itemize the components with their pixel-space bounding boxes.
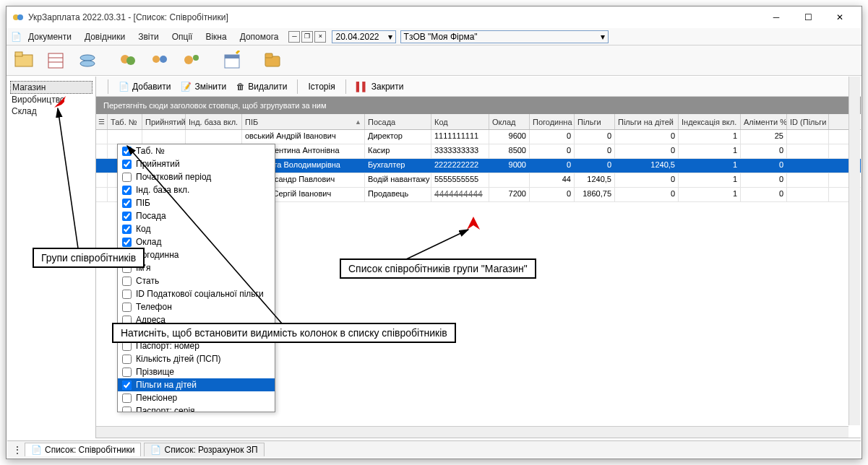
menu-documents[interactable]: Документи: [22, 30, 77, 43]
column-chooser-item[interactable]: Код: [118, 222, 275, 235]
vertical-scrollbar[interactable]: [848, 77, 860, 425]
tab-calculation[interactable]: 📄Список: Розрахунок ЗП: [144, 443, 264, 456]
menu-help[interactable]: Допомога: [234, 30, 285, 43]
company-combo[interactable]: ТзОВ "Моя Фірма" ▾: [400, 30, 609, 43]
checkbox[interactable]: [122, 381, 132, 390]
checkbox[interactable]: [122, 160, 132, 169]
column-chooser-button[interactable]: ☰: [96, 114, 108, 129]
tab-employees[interactable]: 📄Список: Співробітники: [25, 443, 141, 456]
column-chooser-item[interactable]: ID Податкової соціальної пільги: [118, 287, 275, 300]
checkbox[interactable]: [122, 368, 132, 377]
column-chooser-label: Стать: [136, 276, 159, 286]
menu-dictionaries[interactable]: Довідники: [79, 30, 131, 43]
column-chooser-label: Код: [136, 224, 150, 234]
svg-rect-16: [225, 55, 239, 58]
toolbar-btn-7[interactable]: [219, 48, 245, 74]
grid-header: ☰ Таб. №ПрийнятийІнд. база вкл.ПІБ▲Посад…: [96, 114, 861, 130]
column-header[interactable]: Інд. база вкл.: [186, 114, 242, 129]
column-chooser-item[interactable]: Пенсіонер: [118, 391, 275, 404]
column-chooser-item[interactable]: Оклад: [118, 235, 275, 248]
table-cell: [787, 188, 829, 201]
maximize-button[interactable]: ☐: [792, 7, 824, 27]
table-cell: Водій навантажу: [365, 173, 431, 187]
column-chooser-item[interactable]: Телефон: [118, 300, 275, 313]
column-chooser-item[interactable]: Посада: [118, 209, 275, 222]
column-header[interactable]: Посада: [365, 114, 431, 129]
column-header[interactable]: Таб. №: [108, 114, 142, 129]
table-cell: 1: [679, 173, 741, 187]
checkbox[interactable]: [122, 225, 132, 234]
group-by-bar[interactable]: Перетягніть сюди заголовок стовпця, щоб …: [96, 97, 861, 114]
svg-rect-4: [48, 53, 63, 68]
column-header[interactable]: Прийнятий: [142, 114, 186, 129]
svg-point-11: [152, 56, 160, 63]
column-header[interactable]: Аліменти %: [741, 114, 787, 129]
tree-node-magazin[interactable]: Магазин: [10, 81, 93, 94]
checkbox[interactable]: [122, 290, 132, 299]
toolbar-btn-4[interactable]: [115, 48, 141, 74]
menu-options[interactable]: Опції: [166, 30, 199, 43]
minimize-button[interactable]: ─: [760, 7, 792, 27]
add-button[interactable]: 📄Добавити: [114, 80, 175, 93]
column-chooser-item[interactable]: Інд. база вкл.: [118, 183, 275, 196]
doc-delete-icon: 🗑: [236, 82, 245, 92]
table-row[interactable]: овський Андрій ІвановичДиректор111111111…: [96, 130, 861, 144]
history-button[interactable]: Історія: [304, 80, 339, 93]
toolbar-btn-5[interactable]: [147, 48, 173, 74]
toolbar-btn-8[interactable]: [259, 48, 285, 74]
column-chooser-item[interactable]: Прийнятий: [118, 157, 275, 170]
checkbox[interactable]: [122, 212, 132, 221]
mdi-minimize-icon[interactable]: ─: [288, 31, 300, 43]
column-header[interactable]: ID (Пільги: [787, 114, 829, 129]
mdi-restore-icon[interactable]: ❐: [301, 31, 313, 43]
column-header[interactable]: Пільги: [575, 114, 615, 129]
menu-reports[interactable]: Звіти: [132, 30, 165, 43]
toolbar-btn-2[interactable]: [43, 48, 69, 74]
checkbox[interactable]: [122, 147, 132, 156]
checkbox[interactable]: [122, 394, 132, 403]
menu-windows[interactable]: Вікна: [199, 30, 232, 43]
titlebar: УкрЗарплата 2022.03.31 - [Список: Співро…: [7, 6, 861, 28]
svg-point-8: [80, 61, 95, 66]
checkbox[interactable]: [122, 303, 132, 312]
horizontal-scrollbar[interactable]: [96, 426, 848, 438]
tree-node-virobnictvo[interactable]: Виробництво: [10, 94, 93, 105]
column-chooser-label: Прізвище: [136, 367, 174, 377]
checkbox[interactable]: [122, 186, 132, 195]
column-header[interactable]: Пільги на дітей: [615, 114, 679, 129]
close-panel-button[interactable]: ▌▌Закрити: [352, 80, 408, 93]
delete-button[interactable]: 🗑Видалити: [232, 80, 291, 93]
tree-node-sklad[interactable]: Склад: [10, 105, 93, 117]
column-chooser-item[interactable]: Паспорт: серія: [118, 404, 275, 412]
column-chooser-item[interactable]: Таб. №: [118, 144, 275, 157]
table-cell: 0: [530, 159, 575, 173]
column-header[interactable]: Погодинна: [530, 114, 575, 129]
column-chooser-item[interactable]: Стать: [118, 274, 275, 287]
checkbox[interactable]: [122, 355, 132, 364]
column-header[interactable]: Індексація вкл.: [679, 114, 741, 129]
toolbar-btn-3[interactable]: [74, 48, 100, 74]
close-button[interactable]: ✕: [824, 7, 856, 27]
table-cell: [489, 173, 530, 187]
svg-point-1: [17, 14, 23, 20]
column-chooser-item[interactable]: Пільги на дітей: [118, 378, 275, 391]
column-chooser-item[interactable]: Кількість дітей (ПСП): [118, 352, 275, 365]
column-header[interactable]: Оклад: [489, 114, 530, 129]
toolbar-btn-6[interactable]: [179, 48, 205, 74]
svg-point-7: [80, 55, 95, 61]
table-cell: 9600: [489, 130, 530, 144]
column-header[interactable]: Код: [431, 114, 489, 129]
checkbox[interactable]: [122, 173, 132, 182]
column-header[interactable]: ПІБ▲: [242, 114, 365, 129]
date-picker[interactable]: 20.04.2022 ▾: [332, 30, 395, 43]
column-chooser-item[interactable]: Початковий період: [118, 170, 275, 183]
checkbox[interactable]: [122, 277, 132, 286]
checkbox[interactable]: [122, 238, 132, 247]
checkbox[interactable]: [122, 199, 132, 208]
edit-button[interactable]: 📝Змінити: [176, 80, 231, 93]
column-chooser-item[interactable]: ПІБ: [118, 196, 275, 209]
toolbar-btn-1[interactable]: [11, 48, 37, 74]
checkbox[interactable]: [122, 407, 132, 413]
mdi-close-icon[interactable]: ×: [314, 31, 326, 43]
column-chooser-item[interactable]: Прізвище: [118, 365, 275, 378]
